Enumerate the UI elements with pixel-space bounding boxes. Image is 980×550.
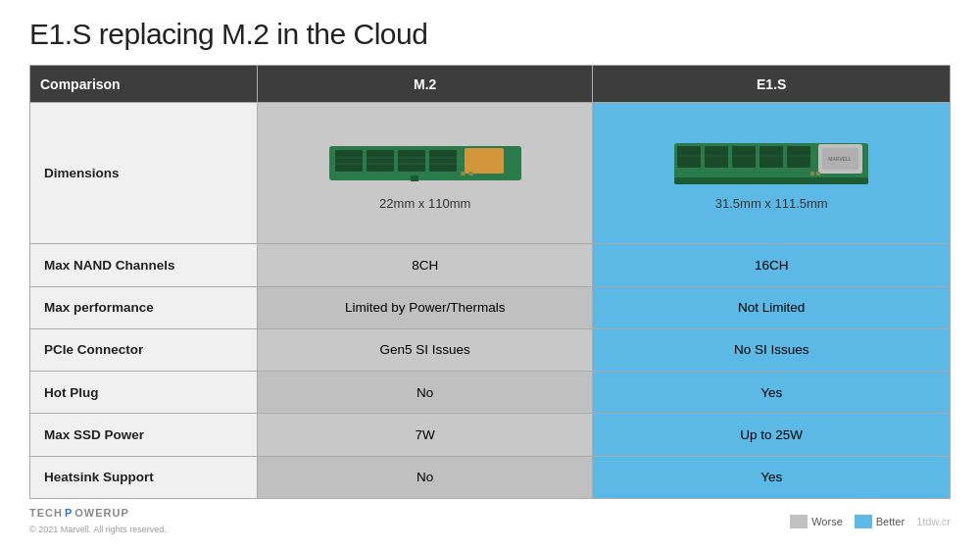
cell-heatsink-e1s: Yes <box>593 456 951 498</box>
svg-rect-7 <box>461 172 466 175</box>
cell-hotplug-label: Hot Plug <box>30 372 258 414</box>
svg-rect-2 <box>335 150 363 172</box>
legend-better-box <box>855 515 872 528</box>
legend-worse-box <box>790 515 808 528</box>
legend-worse-label: Worse <box>811 516 843 527</box>
legend: Worse Better 1tdw.cr <box>790 515 951 528</box>
m2-dimensions-content: 22mm x 110mm <box>268 136 582 211</box>
cell-nand-m2: 8CH <box>257 244 592 286</box>
logo-tech: TECH <box>29 507 63 519</box>
footer-left: TECH P OWERUP © 2021 Marvell. All rights… <box>29 507 167 536</box>
page-container: E1.S replacing M.2 in the Cloud Comparis… <box>0 0 980 550</box>
table-row: PCIe Connector Gen5 SI Issues No SI Issu… <box>30 328 951 371</box>
e1s-chip-image: MARVELL <box>673 136 869 190</box>
svg-rect-14 <box>705 146 728 168</box>
cell-nand-e1s: 16CH <box>593 244 951 286</box>
cell-power-label: Max SSD Power <box>30 414 258 456</box>
legend-worse: Worse <box>790 515 843 528</box>
cell-dimensions-e1s: MARVELL 31.5mm x 111.5mm <box>593 103 951 244</box>
cell-perf-label: Max performance <box>30 286 258 328</box>
e1s-dimensions-text: 31.5mm x 111.5mm <box>715 196 828 211</box>
m2-chip-image <box>327 136 523 190</box>
svg-rect-6 <box>465 148 504 174</box>
cell-dimensions-label: Dimensions <box>30 103 258 244</box>
svg-rect-16 <box>760 146 783 168</box>
cell-power-m2: 7W <box>257 414 592 456</box>
cell-hotplug-e1s: Yes <box>593 372 951 414</box>
legend-better: Better <box>855 515 905 528</box>
cell-heatsink-label: Heatsink Support <box>30 456 258 498</box>
svg-rect-17 <box>787 146 810 168</box>
logo-owerup: OWERUP <box>74 507 129 519</box>
cell-perf-m2: Limited by Power/Thermals <box>257 286 592 328</box>
m2-dimensions-text: 22mm x 110mm <box>379 196 470 211</box>
header-e1s: E1.S <box>593 66 951 103</box>
cell-perf-e1s: Not Limited <box>593 286 951 328</box>
legend-better-label: Better <box>876 516 905 527</box>
cell-pcie-label: PCIe Connector <box>30 328 258 371</box>
table-row: Hot Plug No Yes <box>30 372 951 414</box>
logo-power: P <box>65 507 73 519</box>
cell-hotplug-m2: No <box>257 372 592 414</box>
svg-rect-3 <box>367 150 394 172</box>
cell-heatsink-m2: No <box>257 456 592 498</box>
cell-pcie-e1s: No SI Issues <box>593 328 951 371</box>
cell-nand-label: Max NAND Channels <box>30 244 258 286</box>
svg-rect-1 <box>411 175 418 181</box>
svg-rect-12 <box>674 177 868 184</box>
svg-rect-13 <box>677 146 701 168</box>
cell-dimensions-m2: 22mm x 110mm <box>257 103 592 244</box>
copyright: © 2021 Marvell. All rights reserved. <box>29 525 167 534</box>
logo: TECH P OWERUP <box>29 507 167 519</box>
header-m2: M.2 <box>257 66 592 103</box>
svg-rect-5 <box>429 150 457 172</box>
svg-text:MARVELL: MARVELL <box>829 156 852 162</box>
table-row: Heatsink Support No Yes <box>30 456 951 498</box>
table-row: Max NAND Channels 8CH 16CH <box>30 244 951 286</box>
cell-power-e1s: Up to 25W <box>593 414 951 456</box>
table-row: Dimensions <box>30 103 951 244</box>
svg-rect-8 <box>468 172 473 175</box>
footer: TECH P OWERUP © 2021 Marvell. All rights… <box>29 507 951 536</box>
table-row: Max performance Limited by Power/Thermal… <box>30 286 951 328</box>
svg-rect-22 <box>816 172 820 175</box>
table-row: Max SSD Power 7W Up to 25W <box>30 414 951 456</box>
header-comparison: Comparison <box>30 66 258 103</box>
e1s-dimensions-content: MARVELL 31.5mm x 111.5mm <box>603 136 940 211</box>
svg-rect-21 <box>810 172 814 175</box>
svg-rect-15 <box>732 146 756 168</box>
cell-pcie-m2: Gen5 SI Issues <box>257 328 592 371</box>
watermark: 1tdw.cr <box>916 516 951 527</box>
page-title: E1.S replacing M.2 in the Cloud <box>29 18 951 51</box>
comparison-table: Comparison M.2 E1.S Dimensions <box>29 65 951 499</box>
svg-rect-4 <box>398 150 425 172</box>
